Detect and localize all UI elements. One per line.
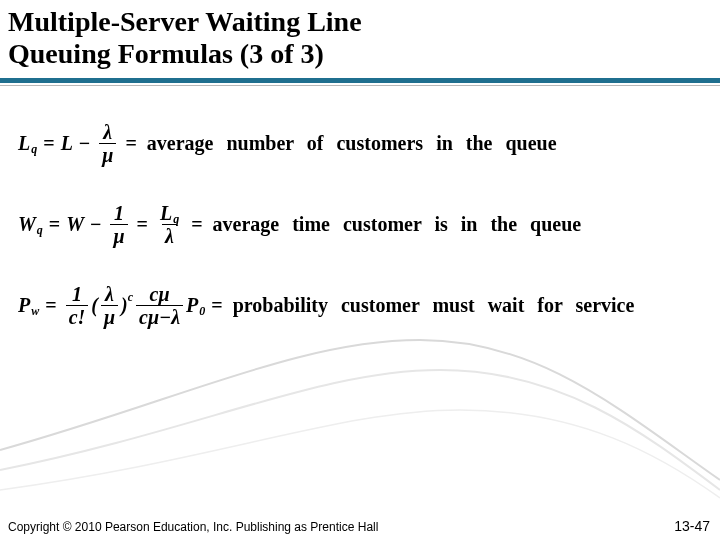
page-number: 13-47 — [674, 518, 710, 534]
slide-footer: Copyright © 2010 Pearson Education, Inc.… — [0, 514, 720, 540]
var-P0-P: P — [186, 294, 198, 317]
copyright-text: Copyright © 2010 Pearson Education, Inc.… — [8, 520, 378, 534]
var-Lq-sub: q — [31, 142, 37, 157]
frac-cmu: cμ cμ−λ — [136, 284, 183, 327]
frac-Lq-lambda: Lq λ — [157, 203, 182, 246]
formula-wq: W q = W − 1 μ = Lq λ = average time cust… — [18, 203, 702, 246]
formula-lq: L q = L − λ μ = average number of custom… — [18, 122, 702, 165]
frac-lambda-mu: λ μ — [99, 122, 116, 165]
title-divider — [0, 78, 720, 86]
var-Lq-L: L — [18, 132, 30, 155]
var-Wq-W: W — [18, 213, 36, 236]
var-L: L — [61, 132, 73, 155]
slide-title: Multiple-Server Waiting Line Queuing For… — [8, 6, 712, 70]
title-line-2: Queuing Formulas (3 of 3) — [8, 38, 324, 69]
slide-header: Multiple-Server Waiting Line Queuing For… — [0, 0, 720, 76]
var-Pw-sub: w — [31, 304, 39, 319]
exp-c: c — [128, 290, 133, 305]
frac-1-cfact: 1 c! — [66, 284, 89, 327]
var-P0-sub: 0 — [199, 304, 205, 319]
desc-wq: average time customer is in the queue — [213, 213, 582, 236]
var-Wq-sub: q — [37, 223, 43, 238]
formula-pw: P w = 1 c! ( λ μ )c cμ cμ−λ P 0 = probab… — [18, 284, 702, 327]
frac-lambda-mu-2: λ μ — [101, 284, 118, 327]
title-line-1: Multiple-Server Waiting Line — [8, 6, 362, 37]
frac-1-mu: 1 μ — [110, 203, 127, 246]
desc-pw: probability customer must wait for servi… — [233, 294, 635, 317]
var-Pw-P: P — [18, 294, 30, 317]
slide-body: L q = L − λ μ = average number of custom… — [0, 86, 720, 327]
var-W: W — [66, 213, 84, 236]
desc-lq: average number of customers in the queue — [147, 132, 557, 155]
